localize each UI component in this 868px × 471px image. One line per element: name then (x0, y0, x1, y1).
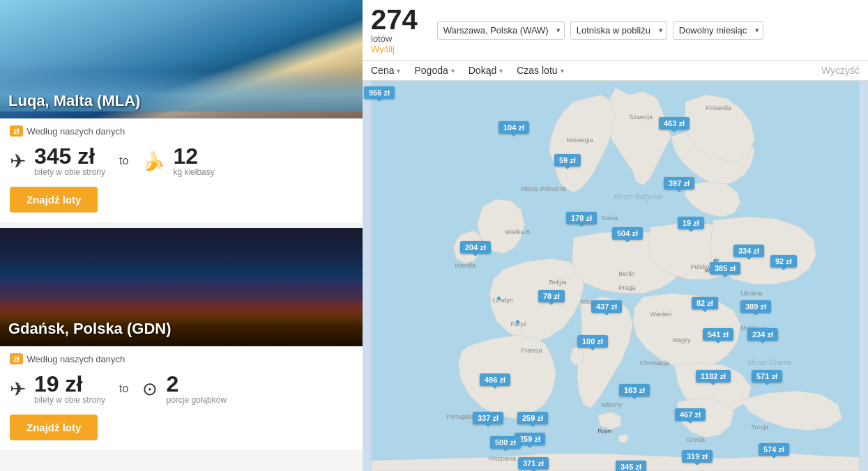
price-tag-p9[interactable]: 204 zł (460, 241, 491, 254)
price-tag-p23[interactable]: 571 zł (752, 370, 782, 383)
svg-text:Londyn: Londyn (493, 297, 514, 304)
svg-text:Hiszpania: Hiszpania (489, 455, 517, 462)
map-header: 274 lotów Wyślij Warszawa, Polska (WAW) … (363, 0, 868, 61)
left-panel: Luqa, Malta (MLA) zł Według naszych dany… (0, 0, 363, 471)
data-source-label-gdansk: Według naszych danych (27, 354, 125, 364)
plate-icon-gdansk: ⊙ (142, 378, 158, 400)
price-block-malta: 345 zł bilety w obie strony (34, 145, 105, 177)
price-tag-p6[interactable]: 178 zł (566, 212, 597, 224)
svg-text:Wielka B.: Wielka B. (505, 229, 532, 235)
filter-destination-button[interactable]: Dokąd ▾ (469, 65, 503, 76)
price-tag-p2[interactable]: 104 zł (498, 121, 529, 134)
price-value-malta: 345 zł (34, 145, 105, 167)
origin-select-wrapper: Warszawa, Polska (WAW) (437, 21, 565, 40)
flights-count: 274 (371, 6, 418, 33)
card-title-gdansk: Gdańsk, Polska (GDN) (8, 320, 172, 338)
flighttime-arrow-icon: ▾ (561, 67, 564, 75)
right-panel: 274 lotów Wyślij Warszawa, Polska (WAW) … (363, 0, 868, 471)
zl-badge-malta: zł (10, 125, 23, 137)
item-block-malta: 12 kg kiełbasy (173, 145, 214, 177)
origin-select[interactable]: Warszawa, Polska (WAW) (437, 21, 565, 40)
find-flights-malta-button[interactable]: Znajdź loty (10, 187, 98, 213)
price-tag-p13[interactable]: 78 zł (538, 290, 565, 302)
send-link[interactable]: Wyślij (371, 44, 418, 54)
to-text-malta: to (114, 155, 134, 167)
card-image-gdansk: Gdańsk, Polska (GDN) (0, 228, 363, 346)
banana-icon-malta: 🍌 (142, 150, 165, 172)
price-tag-p8[interactable]: 19 zł (678, 217, 704, 229)
price-tag-p30[interactable]: 345 zł (616, 461, 646, 471)
price-tag-p15[interactable]: 82 zł (692, 297, 718, 309)
svg-text:Węgry: Węgry (673, 337, 692, 343)
price-tag-p24[interactable]: 337 zł (473, 412, 503, 424)
data-source-malta: zł Według naszych danych (10, 125, 353, 137)
plane-icon-malta: ✈ (10, 150, 26, 173)
price-tag-p11[interactable]: 92 zł (770, 255, 797, 268)
card-malta: Luqa, Malta (MLA) zł Według naszych dany… (0, 0, 363, 222)
weather-arrow-icon: ▾ (451, 67, 455, 75)
month-select-wrapper: Dowolny miesiąc (673, 21, 763, 40)
clear-filters-button[interactable]: Wyczyść (821, 65, 860, 76)
price-tag-p17[interactable]: 100 zł (577, 335, 608, 348)
price-tag-p10[interactable]: 334 zł (733, 245, 764, 257)
header-controls: Warszawa, Polska (WAW) Lotniska w pobliż… (437, 21, 860, 40)
price-tag-p4[interactable]: 463 zł (659, 117, 690, 130)
price-tag-p16[interactable]: 389 zł (740, 300, 771, 313)
svg-text:Praga: Praga (619, 284, 636, 291)
price-tag-p5[interactable]: 397 zł (664, 177, 694, 190)
map-svg: .ocean { fill: #aed6e8; } .land { fill: … (363, 81, 868, 471)
svg-text:Francja: Francja (521, 347, 542, 354)
item-value-malta: 12 (173, 145, 198, 167)
price-tag-p22[interactable]: 1182 zł (696, 370, 731, 383)
svg-text:Włochy: Włochy (602, 401, 623, 408)
price-tag-p28[interactable]: 500 zł (490, 436, 521, 449)
nearby-select-wrapper: Lotniska w pobliżu (570, 21, 667, 40)
price-tag-p20[interactable]: 486 zł (480, 373, 510, 386)
svg-text:Wiedeń: Wiedeń (650, 311, 672, 318)
filter-flighttime-button[interactable]: Czas lotu ▾ (517, 65, 563, 76)
month-select[interactable]: Dowolny miesiąc (673, 21, 763, 40)
flights-count-wrap: 274 lotów Wyślij (371, 6, 418, 54)
data-source-gdansk: zł Według naszych danych (10, 353, 353, 364)
svg-point-35 (516, 321, 519, 324)
svg-text:Turcja: Turcja (752, 424, 769, 431)
price-tag-p27[interactable]: 467 zł (675, 408, 706, 421)
filter-price-button[interactable]: Cena ▾ (371, 65, 400, 76)
svg-text:Berlin: Berlin (619, 270, 635, 277)
find-flights-gdansk-button[interactable]: Znajdź loty (10, 415, 98, 440)
svg-text:Irlandia: Irlandia (455, 262, 476, 269)
destination-arrow-icon: ▾ (499, 67, 503, 75)
price-value-gdansk: 19 zł (34, 373, 105, 395)
price-tag-p31[interactable]: 319 zł (682, 450, 713, 463)
price-block-gdansk: 19 zł bilety w obie strony (34, 373, 105, 405)
zl-badge-gdansk: zł (10, 353, 23, 364)
map-filters: Cena ▾ Pogoda ▾ Dokąd ▾ Czas lotu ▾ Wycz… (363, 61, 868, 81)
card-title-malta: Luqa, Malta (MLA) (8, 92, 140, 110)
flight-info-malta: ✈ 345 zł bilety w obie strony to 🍌 12 kg… (10, 145, 353, 177)
card-image-malta: Luqa, Malta (MLA) (0, 0, 363, 118)
price-tag-p14[interactable]: 437 zł (591, 300, 622, 313)
svg-text:Ukraina: Ukraina (741, 290, 763, 297)
price-tag-p12[interactable]: 385 zł (710, 262, 740, 275)
svg-text:Portugalia: Portugalia (447, 413, 475, 420)
card-body-malta: zł Według naszych danych ✈ 345 zł bilety… (0, 118, 363, 222)
svg-text:Szwecja: Szwecja (630, 114, 653, 121)
item-label-gdansk: porcje gołąbków (166, 395, 227, 405)
price-tag-p21[interactable]: 163 zł (619, 384, 650, 396)
svg-text:Norwegia: Norwegia (567, 137, 593, 144)
price-tag-p29[interactable]: 371 zł (518, 457, 549, 470)
svg-text:Rzym: Rzym (598, 428, 613, 434)
price-tag-p7[interactable]: 504 zł (612, 227, 643, 240)
svg-text:Chorwacja: Chorwacja (640, 360, 670, 366)
svg-text:Morze Północne: Morze Północne (521, 185, 567, 192)
price-tag-p1[interactable]: 956 zł (364, 86, 395, 99)
svg-text:Dania: Dania (602, 215, 618, 222)
price-tag-p18[interactable]: 234 zł (747, 328, 778, 341)
price-tag-p3[interactable]: 59 zł (554, 154, 581, 167)
price-tag-p25[interactable]: 259 zł (517, 412, 548, 424)
nearby-select[interactable]: Lotniska w pobliżu (570, 21, 667, 40)
price-tag-p19[interactable]: 541 zł (703, 328, 733, 341)
filter-weather-button[interactable]: Pogoda ▾ (414, 65, 454, 76)
item-block-gdansk: 2 porcje gołąbków (166, 373, 227, 405)
price-tag-p32[interactable]: 574 zł (759, 443, 789, 456)
